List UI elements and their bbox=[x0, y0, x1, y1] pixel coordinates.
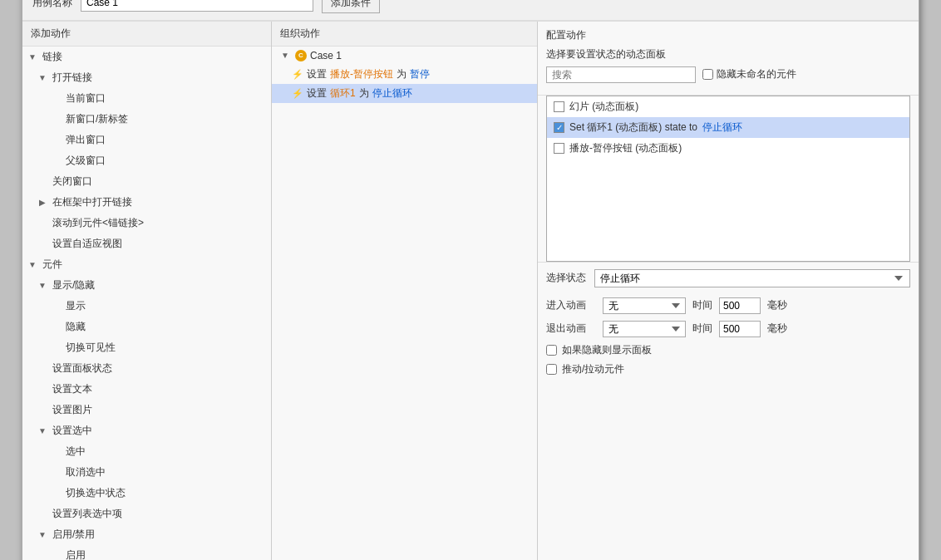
left-panel: 添加动作 ▼ 链接 ▼ 打开链接 当前窗口 bbox=[22, 22, 272, 561]
config-title: 配置动作 bbox=[546, 28, 910, 42]
component-checkbox-2[interactable]: ✓ bbox=[554, 122, 564, 133]
case-header: ▼ C Case 1 bbox=[272, 47, 537, 65]
toggle-show-hide[interactable]: ▼ bbox=[36, 281, 49, 290]
enter-anim-select[interactable]: 无 bbox=[603, 297, 686, 314]
enter-anim-row: 进入动画 无 时间 毫秒 bbox=[538, 294, 919, 317]
exit-anim-select[interactable]: 无 bbox=[603, 321, 686, 337]
component-label-3: 播放-暂停按钮 (动态面板) bbox=[569, 141, 682, 155]
tree-node-deselect[interactable]: 取消选中 bbox=[22, 462, 271, 483]
dialog: RP 用例编辑 <鼠标单击时> ✕ 用例名称 添加条件 添加动作 ▼ 链接 ▼ bbox=[22, 0, 919, 560]
hide-unnamed-label[interactable]: 隐藏未命名的元件 bbox=[702, 67, 796, 81]
right-panel: 配置动作 选择要设置状态的动态面板 隐藏未命名的元件 幻片 (动态面板) bbox=[538, 22, 919, 561]
enter-time-label: 时间 bbox=[692, 298, 712, 312]
tree-node-current-window[interactable]: 当前窗口 bbox=[22, 88, 271, 109]
tree-node-parent-window[interactable]: 父级窗口 bbox=[22, 150, 271, 171]
action2-label1: 设置 bbox=[307, 86, 327, 101]
action-item-2[interactable]: ⚡ 设置 循环1 为 停止循环 bbox=[272, 84, 537, 103]
middle-panel: 组织动作 ▼ C Case 1 ⚡ 设置 播放-暂停按钮 为 暂停 ⚡ bbox=[272, 22, 538, 561]
component-item-2[interactable]: ✓ Set 循环1 (动态面板) state to 停止循环 bbox=[547, 117, 909, 138]
main-content: 添加动作 ▼ 链接 ▼ 打开链接 当前窗口 bbox=[22, 21, 919, 561]
tree-node-widget[interactable]: ▼ 元件 bbox=[22, 254, 271, 275]
if-hidden-row: 如果隐藏则显示面板 bbox=[538, 341, 919, 360]
use-case-row: 用例名称 添加条件 bbox=[22, 0, 919, 21]
component-checkbox-1[interactable] bbox=[554, 101, 564, 112]
tree-node-set-selected[interactable]: ▼ 设置选中 bbox=[22, 420, 271, 441]
component-item-3[interactable]: 播放-暂停按钮 (动态面板) bbox=[547, 138, 909, 159]
component-label-2: Set 循环1 (动态面板) state to bbox=[569, 120, 697, 135]
exit-time-input[interactable] bbox=[719, 321, 761, 337]
tree-node-set-image[interactable]: 设置图片 bbox=[22, 400, 271, 420]
action1-label1: 设置 bbox=[307, 67, 327, 81]
tree-node-set-text[interactable]: 设置文本 bbox=[22, 379, 271, 400]
toggle-link[interactable]: ▼ bbox=[26, 52, 39, 61]
tree-node-show-hide[interactable]: ▼ 显示/隐藏 bbox=[22, 275, 271, 296]
action2-value: 停止循环 bbox=[372, 86, 412, 101]
action-item-1[interactable]: ⚡ 设置 播放-暂停按钮 为 暂停 bbox=[272, 65, 537, 84]
tree-node-hide[interactable]: 隐藏 bbox=[22, 317, 271, 337]
add-condition-button[interactable]: 添加条件 bbox=[322, 0, 380, 13]
tree-node-new-tab[interactable]: 新窗口/新标签 bbox=[22, 109, 271, 130]
hide-unnamed-text: 隐藏未命名的元件 bbox=[717, 67, 796, 81]
toggle-enable-disable[interactable]: ▼ bbox=[36, 530, 49, 539]
push-pull-row: 推动/拉动元件 bbox=[538, 360, 919, 379]
enter-anim-label: 进入动画 bbox=[546, 298, 596, 312]
action1-target: 播放-暂停按钮 bbox=[330, 67, 393, 81]
tree-node-close-window[interactable]: 关闭窗口 bbox=[22, 171, 271, 192]
tree-node-open-in-frame[interactable]: ▶ 在框架中打开链接 bbox=[22, 192, 271, 213]
action2-target: 循环1 bbox=[330, 86, 356, 101]
exit-time-label: 时间 bbox=[692, 322, 712, 336]
toggle-set-selected[interactable]: ▼ bbox=[36, 426, 49, 435]
component-label-1: 幻片 (动态面板) bbox=[569, 100, 638, 114]
case-icon: C bbox=[295, 50, 307, 61]
component-item-1[interactable]: 幻片 (动态面板) bbox=[547, 96, 909, 117]
use-case-input[interactable] bbox=[81, 0, 313, 12]
tree-node-link[interactable]: ▼ 链接 bbox=[22, 47, 271, 67]
exit-anim-row: 退出动画 无 时间 毫秒 bbox=[538, 317, 919, 341]
tree-node-set-adaptive[interactable]: 设置自适应视图 bbox=[22, 233, 271, 254]
tree-node-toggle-visible[interactable]: 切换可见性 bbox=[22, 337, 271, 358]
push-pull-label[interactable]: 推动/拉动元件 bbox=[562, 362, 624, 376]
action-tree-middle: ▼ C Case 1 ⚡ 设置 播放-暂停按钮 为 暂停 ⚡ 设置 循环1 bbox=[272, 47, 537, 561]
action1-value: 暂停 bbox=[410, 67, 430, 81]
tree-node-popup[interactable]: 弹出窗口 bbox=[22, 130, 271, 150]
exit-anim-label: 退出动画 bbox=[546, 322, 596, 336]
middle-panel-title: 组织动作 bbox=[272, 22, 537, 47]
search-input[interactable] bbox=[546, 66, 696, 83]
tree-node-show[interactable]: 显示 bbox=[22, 296, 271, 317]
use-case-label: 用例名称 bbox=[32, 0, 72, 10]
tree-node-set-panel-state[interactable]: 设置面板状态 bbox=[22, 358, 271, 379]
select-panel-label: 选择要设置状态的动态面板 bbox=[546, 47, 910, 61]
tree-node-scroll-to[interactable]: 滚动到元件<锚链接> bbox=[22, 213, 271, 233]
component-label-2-highlight: 停止循环 bbox=[702, 120, 742, 135]
hide-unnamed-checkbox[interactable] bbox=[702, 69, 713, 80]
enter-ms-label: 毫秒 bbox=[767, 298, 787, 312]
action2-rest: 为 bbox=[359, 86, 369, 101]
tree-node-enable[interactable]: 启用 bbox=[22, 545, 271, 561]
state-row: 选择状态 停止循环 播放 暂停 bbox=[538, 262, 919, 294]
exit-ms-label: 毫秒 bbox=[767, 322, 787, 336]
if-hidden-label[interactable]: 如果隐藏则显示面板 bbox=[562, 343, 652, 357]
left-panel-title: 添加动作 bbox=[22, 22, 271, 47]
toggle-widget[interactable]: ▼ bbox=[26, 260, 39, 269]
if-hidden-checkbox[interactable] bbox=[546, 345, 557, 356]
tree-node-set-list-item[interactable]: 设置列表选中项 bbox=[22, 504, 271, 524]
enter-time-input[interactable] bbox=[719, 297, 761, 314]
state-label: 选择状态 bbox=[546, 271, 586, 285]
state-select[interactable]: 停止循环 播放 暂停 bbox=[594, 269, 910, 287]
config-section: 配置动作 选择要设置状态的动态面板 隐藏未命名的元件 bbox=[538, 22, 919, 96]
search-row: 隐藏未命名的元件 bbox=[546, 66, 910, 83]
push-pull-checkbox[interactable] bbox=[546, 364, 557, 375]
case-label: Case 1 bbox=[310, 50, 342, 61]
component-list[interactable]: 幻片 (动态面板) ✓ Set 循环1 (动态面板) state to 停止循环… bbox=[546, 96, 910, 262]
toggle-in-frame[interactable]: ▶ bbox=[36, 198, 49, 207]
tree-node-select[interactable]: 选中 bbox=[22, 441, 271, 462]
lightning-icon-2: ⚡ bbox=[292, 88, 303, 99]
action-tree-left[interactable]: ▼ 链接 ▼ 打开链接 当前窗口 新窗口/新标签 bbox=[22, 47, 271, 561]
tree-node-toggle-select[interactable]: 切换选中状态 bbox=[22, 483, 271, 504]
lightning-icon-1: ⚡ bbox=[292, 69, 303, 80]
tree-node-open-link[interactable]: ▼ 打开链接 bbox=[22, 67, 271, 88]
tree-node-enable-disable[interactable]: ▼ 启用/禁用 bbox=[22, 524, 271, 545]
toggle-open-link[interactable]: ▼ bbox=[36, 73, 49, 82]
component-checkbox-3[interactable] bbox=[554, 143, 564, 154]
action1-rest: 为 bbox=[397, 67, 406, 81]
